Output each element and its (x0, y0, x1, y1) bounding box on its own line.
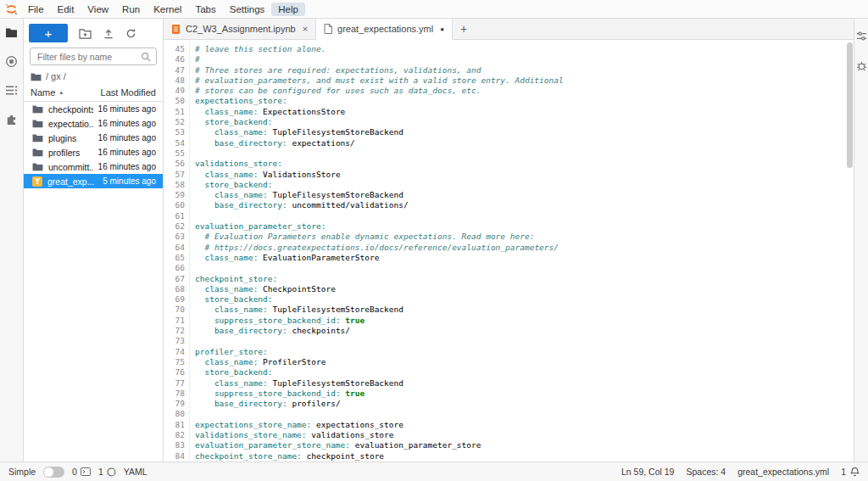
code-line[interactable]: # stores can be configured for uses such… (195, 86, 854, 96)
menu-kernel[interactable]: Kernel (147, 3, 188, 16)
code-line[interactable]: expectations_store: (195, 96, 854, 106)
code-line[interactable]: class_name: TupleFilesystemStoreBackend (195, 127, 854, 137)
file-modified: 16 minutes ago (98, 162, 156, 171)
code-line[interactable]: base_directory: profilers/ (195, 399, 854, 409)
new-tab-button[interactable]: + (453, 19, 475, 39)
simple-mode-toggle[interactable] (43, 467, 64, 478)
upload-icon[interactable] (103, 28, 114, 39)
file-name: expectatio... (48, 119, 93, 129)
debugger-icon[interactable] (856, 60, 867, 71)
editor-scrollbar[interactable] (846, 40, 854, 461)
code-line[interactable] (195, 148, 854, 159)
file-row[interactable]: uncommitt...16 minutes ago (24, 159, 163, 174)
code-line[interactable]: base_directory: uncommitted/validations/ (195, 200, 854, 210)
code-line[interactable]: class_name: EvaluationParameterStore (195, 253, 854, 263)
code-line[interactable]: class_name: ExpectationsStore (195, 107, 854, 117)
code-line[interactable]: class_name: TupleFilesystemStoreBackend (195, 190, 854, 200)
kernel-icon (107, 467, 116, 477)
file-row[interactable]: checkpoints16 minutes ago (24, 102, 163, 116)
terminals-status[interactable]: 0 (72, 467, 91, 477)
jupyter-logo-icon (5, 3, 18, 15)
menu-help[interactable]: Help (271, 3, 305, 16)
tab-great_expectations.yml[interactable]: great_expectations.yml● (316, 19, 453, 40)
file-row[interactable]: profilers16 minutes ago (24, 145, 163, 159)
file-modified: 5 minutes ago (103, 176, 156, 186)
file-browser-toolbar: + (24, 19, 163, 47)
code-line[interactable]: validations_store: (195, 159, 854, 169)
menu-edit[interactable]: Edit (51, 3, 81, 16)
code-line[interactable]: store_backend: (195, 367, 854, 378)
close-tab-icon[interactable]: × (303, 24, 308, 34)
cursor-position[interactable]: Ln 59, Col 19 (621, 467, 674, 477)
menu-settings[interactable]: Settings (223, 3, 272, 16)
code-line[interactable]: class_name: ProfilerStore (195, 357, 854, 367)
code-line[interactable]: checkpoint_store: (195, 274, 854, 284)
file-name: great_exp... (47, 176, 97, 187)
column-last-modified[interactable]: Last Modified (101, 87, 156, 98)
code-line[interactable]: expectations_store_name: expectations_st… (195, 420, 854, 430)
menu-file[interactable]: File (21, 3, 51, 16)
file-row[interactable]: Ygreat_exp...5 minutes ago (24, 174, 163, 188)
table-of-contents-icon[interactable] (5, 85, 18, 96)
file-row[interactable]: plugins16 minutes ago (24, 131, 163, 145)
code-line[interactable]: # Evaluation Parameters enable dynamic e… (195, 232, 854, 242)
dock-panel: C2_W3_Assignment.ipynb×great_expectation… (164, 19, 854, 461)
new-folder-icon[interactable] (79, 28, 92, 39)
menubar-items: FileEditViewRunKernelTabsSettingsHelp (21, 3, 305, 16)
menu-view[interactable]: View (81, 3, 115, 16)
code-line[interactable]: base_directory: checkpoints/ (195, 326, 854, 336)
simple-mode-label: Simple (8, 467, 36, 477)
column-name[interactable]: Name ▲ (31, 87, 64, 98)
code-line[interactable]: checkpoint_store_name: checkpoint_store (195, 451, 854, 461)
code-line[interactable] (195, 336, 854, 346)
running-sessions-icon[interactable] (5, 55, 18, 68)
breadcrumb[interactable]: / gx / (24, 70, 163, 86)
search-icon (141, 52, 151, 62)
tab-C2_W3_Assignment.ipynb[interactable]: C2_W3_Assignment.ipynb× (164, 19, 316, 39)
kernels-status[interactable]: 1 (98, 467, 116, 477)
language-mode[interactable]: YAML (124, 467, 147, 477)
file-row[interactable]: expectatio...16 minutes ago (24, 116, 163, 131)
code-line[interactable]: # Three stores are required: expectation… (195, 65, 854, 76)
code-line[interactable]: # https://docs.greatexpectations.io/docs… (195, 243, 854, 253)
extension-manager-icon[interactable] (5, 113, 18, 126)
code-line[interactable]: base_directory: expectations/ (195, 138, 854, 148)
code-line[interactable]: # evaluation_parameters, and must exist … (195, 76, 854, 86)
code-line[interactable]: class_name: CheckpointStore (195, 284, 854, 294)
filter-files-input[interactable] (36, 51, 141, 63)
code-line[interactable]: evaluation_parameter_store_name: evaluat… (195, 440, 854, 450)
tab-label: C2_W3_Assignment.ipynb (186, 24, 296, 34)
code-line[interactable]: class_name: TupleFilesystemStoreBackend (195, 378, 854, 389)
code-lines[interactable]: # leave this section alone.## Three stor… (190, 40, 854, 461)
code-line[interactable]: profiler_store: (195, 347, 854, 357)
code-line[interactable]: store_backend: (195, 180, 854, 190)
code-line[interactable] (195, 211, 854, 221)
file-modified: 16 minutes ago (98, 119, 156, 128)
code-line[interactable]: store_backend: (195, 117, 854, 127)
yaml-editor[interactable]: 4546474849505152535455565758596061626364… (164, 40, 854, 461)
code-line[interactable]: store_backend: (195, 294, 854, 305)
indentation-status[interactable]: Spaces: 4 (686, 467, 726, 477)
property-inspector-icon[interactable] (856, 31, 867, 42)
code-line[interactable] (195, 263, 854, 273)
new-launcher-button[interactable]: + (29, 24, 68, 42)
file-modified: 16 minutes ago (98, 104, 156, 114)
refresh-icon[interactable] (125, 28, 136, 39)
file-name: checkpoints (48, 104, 93, 115)
code-line[interactable]: validations_store_name: validations_stor… (195, 430, 854, 440)
menu-run[interactable]: Run (115, 3, 147, 16)
menu-tabs[interactable]: Tabs (188, 3, 222, 16)
code-line[interactable]: # (195, 54, 854, 64)
file-browser-icon[interactable] (5, 27, 18, 38)
file-icon (324, 24, 332, 34)
code-line[interactable] (195, 409, 854, 419)
code-line[interactable]: # leave this section alone. (195, 44, 854, 54)
code-line[interactable]: class_name: TupleFilesystemStoreBackend (195, 305, 854, 315)
code-line[interactable]: suppress_store_backend_id: true (195, 389, 854, 399)
folder-icon (32, 104, 43, 114)
notifications-status[interactable]: 1 (841, 467, 860, 477)
editor-scrollbar-thumb[interactable] (847, 42, 853, 168)
code-line[interactable]: class_name: ValidationsStore (195, 170, 854, 180)
code-line[interactable]: suppress_store_backend_id: true (195, 316, 854, 326)
code-line[interactable]: evaluation_parameter_store: (195, 221, 854, 232)
